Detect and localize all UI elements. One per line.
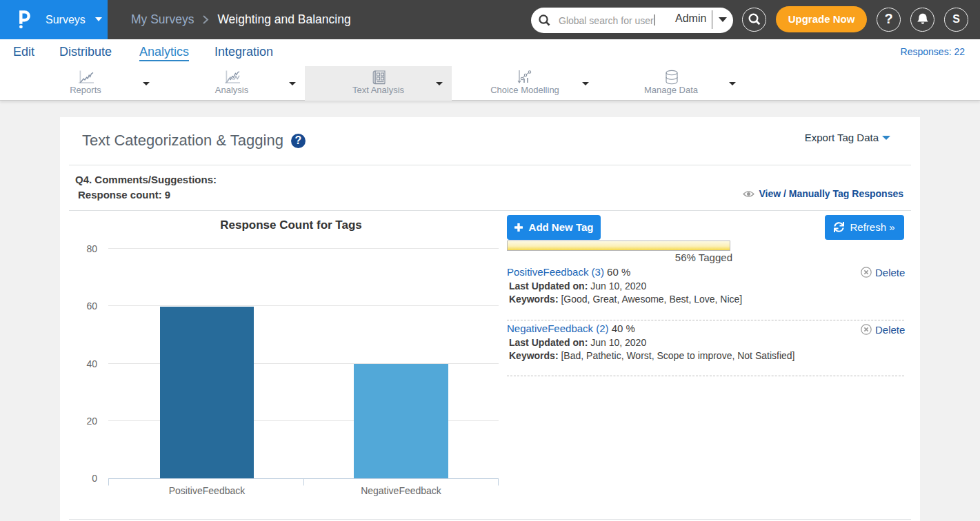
svg-text:Response Count for Tags: Response Count for Tags xyxy=(220,218,362,232)
svg-text:NegativeFeedback: NegativeFeedback xyxy=(361,485,442,496)
svg-text:20: 20 xyxy=(86,416,97,427)
svg-text:60: 60 xyxy=(86,300,97,311)
svg-text:0: 0 xyxy=(92,473,97,484)
svg-text:PositiveFeedback: PositiveFeedback xyxy=(169,485,246,496)
svg-text:40: 40 xyxy=(86,358,97,369)
svg-text:80: 80 xyxy=(86,243,97,254)
